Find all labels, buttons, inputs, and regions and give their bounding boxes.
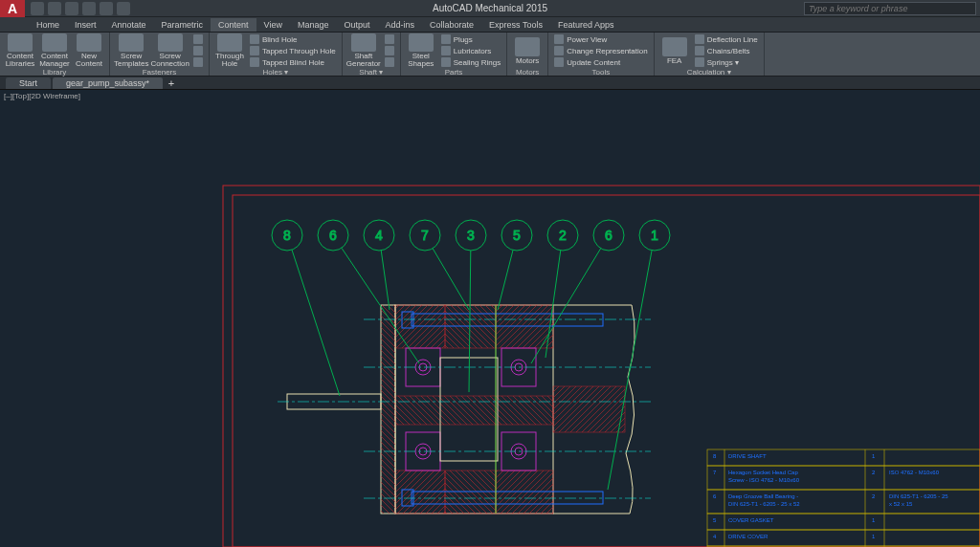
- fastener-icon-2: [193, 46, 203, 55]
- svg-text:7: 7: [713, 470, 717, 475]
- tab-content[interactable]: Content: [211, 18, 256, 32]
- change-representation-icon: [554, 46, 564, 55]
- panel-fasteners-caption: Fasteners: [114, 68, 205, 77]
- gear-pump-section: [278, 305, 651, 514]
- tab-featured-apps[interactable]: Featured Apps: [550, 18, 622, 32]
- steel-shapes-button[interactable]: SteelShapes: [405, 33, 437, 68]
- shaft-small-1[interactable]: [383, 33, 396, 45]
- screw-connection-button[interactable]: ScrewConnection: [150, 33, 189, 68]
- sealing-rings-icon: [441, 57, 451, 67]
- fea-icon: [662, 37, 687, 56]
- motors-button[interactable]: Motors: [511, 33, 544, 68]
- tab-addins[interactable]: Add-ins: [378, 18, 423, 32]
- new-doc-tab-button[interactable]: +: [165, 77, 178, 89]
- chains-belts-label: Chains/Belts: [707, 47, 750, 55]
- fastener-small-3[interactable]: [191, 56, 205, 68]
- svg-text:DRIVE COVER: DRIVE COVER: [728, 534, 768, 539]
- deflection-line-button[interactable]: Deflection Line: [693, 33, 760, 45]
- power-view-button[interactable]: Power View: [552, 33, 650, 45]
- shaft-generator-button[interactable]: ShaftGenerator: [346, 33, 381, 68]
- screw-templates-button[interactable]: ScrewTemplates: [114, 33, 148, 68]
- svg-text:ISO 4762 - M10x60: ISO 4762 - M10x60: [889, 470, 940, 475]
- doc-tab-active[interactable]: gear_pump_subassy*: [53, 77, 163, 89]
- springs-label: Springs ▾: [707, 58, 739, 67]
- svg-line-48: [433, 249, 469, 310]
- svg-text:DRIVE SHAFT: DRIVE SHAFT: [728, 453, 767, 459]
- chains-belts-button[interactable]: Chains/Belts: [693, 45, 760, 56]
- change-representation-button[interactable]: Change Representation: [552, 45, 650, 56]
- svg-text:x 52 x 15: x 52 x 15: [889, 501, 913, 507]
- app-logo-icon[interactable]: A: [0, 0, 25, 17]
- svg-line-45: [381, 251, 390, 310]
- ribbon: ContentLibraries ContentManager NewConte…: [0, 33, 980, 77]
- tapped-blind-hole-icon: [250, 57, 259, 67]
- tapped-through-hole-button[interactable]: Tapped Through Hole: [248, 45, 338, 56]
- qat-redo-icon[interactable]: [100, 2, 113, 15]
- qat-save-icon[interactable]: [65, 2, 78, 15]
- shaft-small-3[interactable]: [383, 56, 396, 68]
- help-search[interactable]: [804, 2, 976, 15]
- svg-line-54: [498, 250, 513, 310]
- svg-line-63: [608, 251, 652, 490]
- tab-view[interactable]: View: [256, 18, 290, 32]
- drawing-svg: 864735261 8DRIVE SHAFT17Hexagon Socket H…: [0, 90, 980, 547]
- tab-express-tools[interactable]: Express Tools: [481, 18, 550, 32]
- panel-tools: Power View Change Representation Update …: [548, 33, 655, 76]
- tapped-blind-hole-button[interactable]: Tapped Blind Hole: [248, 56, 338, 68]
- panel-calculation: FEA Deflection Line Chains/Belts Springs…: [655, 33, 765, 76]
- fea-button[interactable]: FEA: [658, 33, 691, 68]
- panel-motors: Motors Motors: [507, 33, 548, 76]
- qat-open-icon[interactable]: [48, 2, 61, 15]
- plugs-label: Plugs: [454, 35, 473, 44]
- balloon-annotations: 864735261: [272, 220, 670, 490]
- update-content-button[interactable]: Update Content: [552, 56, 650, 68]
- springs-button[interactable]: Springs ▾: [693, 56, 760, 68]
- content-libraries-button[interactable]: ContentLibraries: [4, 33, 36, 68]
- qat-new-icon[interactable]: [31, 2, 44, 15]
- svg-text:4: 4: [375, 228, 383, 243]
- qat-print-icon[interactable]: [117, 2, 130, 15]
- fea-label: FEA: [667, 57, 682, 65]
- svg-rect-11: [381, 305, 395, 514]
- blind-hole-label: Blind Hole: [262, 35, 297, 44]
- fastener-icon-3: [193, 57, 203, 67]
- new-content-button[interactable]: NewContent: [73, 33, 105, 68]
- tab-insert[interactable]: Insert: [67, 18, 104, 32]
- tab-manage[interactable]: Manage: [290, 18, 337, 32]
- qat-undo-icon[interactable]: [82, 2, 96, 15]
- shaft-generator-label: ShaftGenerator: [346, 53, 381, 68]
- screw-connection-label: ScrewConnection: [150, 53, 189, 68]
- tab-annotate[interactable]: Annotate: [104, 18, 154, 32]
- sealing-rings-button[interactable]: Sealing Rings: [439, 56, 502, 68]
- help-search-input[interactable]: [805, 3, 975, 14]
- lubricators-button[interactable]: Lubricators: [439, 45, 502, 56]
- fastener-small-2[interactable]: [191, 45, 205, 56]
- motors-label: Motors: [516, 57, 539, 65]
- svg-text:7: 7: [421, 228, 429, 243]
- panel-holes-caption[interactable]: Holes ▾: [213, 68, 338, 77]
- panel-fasteners: ScrewTemplates ScrewConnection Fasteners: [110, 33, 210, 76]
- tab-parametric[interactable]: Parametric: [154, 18, 212, 32]
- blind-hole-button[interactable]: Blind Hole: [248, 33, 338, 45]
- fastener-small-1[interactable]: [191, 33, 205, 45]
- through-hole-button[interactable]: ThroughHole: [213, 33, 246, 68]
- power-view-label: Power View: [567, 35, 607, 44]
- panel-parts: SteelShapes Plugs Lubricators Sealing Ri…: [401, 33, 507, 76]
- panel-motors-caption: Motors: [511, 68, 544, 77]
- doc-tab-start[interactable]: Start: [6, 77, 51, 89]
- panel-shaft-caption[interactable]: Shaft ▾: [346, 68, 396, 77]
- steel-shapes-icon: [409, 33, 434, 52]
- drawing-canvas[interactable]: [–][Top][2D Wireframe]: [0, 90, 980, 547]
- tab-collaborate[interactable]: Collaborate: [422, 18, 481, 32]
- panel-calculation-caption[interactable]: Calculation ▾: [658, 68, 760, 77]
- content-manager-label: ContentManager: [39, 53, 70, 68]
- lubricators-label: Lubricators: [454, 47, 492, 55]
- content-manager-button[interactable]: ContentManager: [38, 33, 71, 68]
- tab-output[interactable]: Output: [337, 18, 378, 32]
- lubricators-icon: [441, 46, 451, 55]
- tab-home[interactable]: Home: [29, 18, 67, 32]
- svg-text:6: 6: [605, 228, 612, 243]
- shaft-small-2[interactable]: [383, 45, 396, 56]
- plugs-button[interactable]: Plugs: [439, 33, 502, 45]
- change-representation-label: Change Representation: [567, 47, 648, 55]
